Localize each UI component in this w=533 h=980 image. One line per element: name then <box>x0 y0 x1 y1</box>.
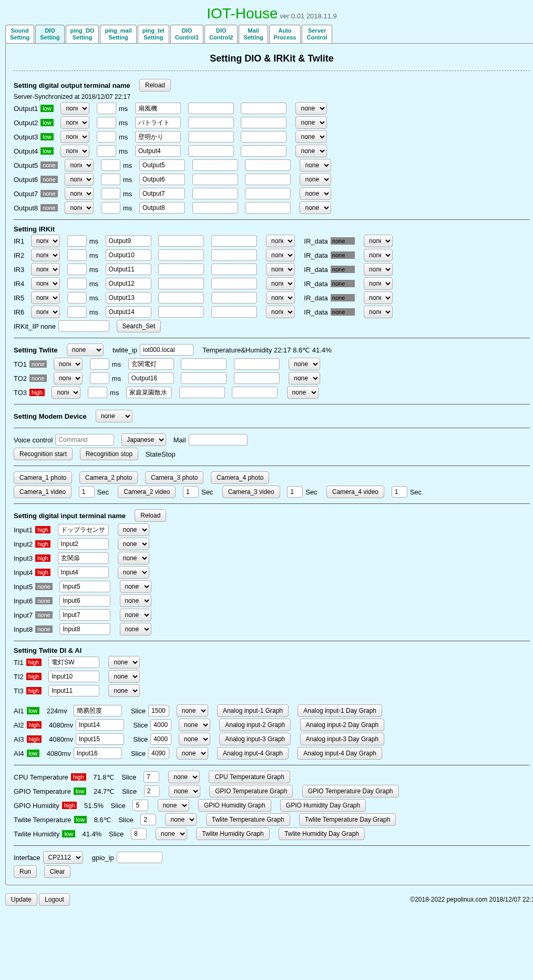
text-input[interactable] <box>58 524 109 536</box>
text-input[interactable] <box>101 174 120 185</box>
none-select[interactable]: none <box>118 552 149 564</box>
text-input[interactable] <box>192 202 238 214</box>
none-select[interactable]: none <box>54 358 83 370</box>
none-select[interactable]: none <box>287 386 319 399</box>
none-select[interactable]: none <box>120 594 151 607</box>
recognition-start-button[interactable]: Recognition start <box>14 448 73 460</box>
none-select[interactable]: none <box>266 263 295 276</box>
text-input[interactable] <box>97 117 116 128</box>
text-input[interactable] <box>245 188 291 199</box>
none-select[interactable]: none <box>300 173 331 186</box>
update-button[interactable]: Update <box>5 893 37 906</box>
mail-input[interactable] <box>189 434 248 446</box>
text-input[interactable] <box>90 372 109 384</box>
text-input[interactable] <box>192 174 238 185</box>
none-select[interactable]: none <box>179 719 210 731</box>
none-select[interactable]: none <box>289 358 320 370</box>
text-input[interactable] <box>76 733 124 745</box>
text-input[interactable] <box>241 117 286 128</box>
text-input[interactable] <box>59 623 110 635</box>
text-input[interactable] <box>211 306 257 318</box>
text-input[interactable] <box>97 145 116 157</box>
none-select[interactable]: none <box>364 306 393 318</box>
sensor-graph-button[interactable]: GPIO Temperature Day Graph <box>302 785 399 797</box>
none-select[interactable]: none <box>169 785 200 797</box>
sensor-graph-button[interactable]: Twlite Temperature Graph <box>206 813 290 826</box>
none-select[interactable]: none <box>295 102 327 115</box>
voice-command-input[interactable] <box>55 434 114 446</box>
text-input[interactable] <box>234 358 280 370</box>
sensor-graph-button[interactable]: CPU Temperature Graph <box>209 771 290 783</box>
none-select[interactable]: none <box>120 580 151 593</box>
sensor-graph-button[interactable]: GPIO Temperature Graph <box>209 785 293 797</box>
tab-7[interactable]: MailSetting <box>239 25 268 43</box>
text-input[interactable] <box>211 264 257 275</box>
none-select[interactable]: none <box>108 656 140 669</box>
none-select[interactable]: none <box>156 827 187 840</box>
sensor-graph-button[interactable]: GPIO Humidity Day Graph <box>280 799 366 812</box>
clear-button[interactable]: Clear <box>44 865 71 878</box>
tab-9[interactable]: ServerControl <box>302 25 332 43</box>
none-select[interactable]: none <box>108 670 140 683</box>
language-select[interactable]: Japanese <box>121 433 166 446</box>
text-input[interactable] <box>245 202 291 214</box>
none-select[interactable]: none <box>118 523 149 536</box>
none-select[interactable]: none <box>179 733 210 745</box>
none-select[interactable]: none <box>120 623 151 635</box>
text-input[interactable] <box>148 747 169 759</box>
text-input[interactable] <box>241 145 286 157</box>
camera-video-button[interactable]: Camera_3 video <box>222 486 280 498</box>
none-select[interactable]: none <box>177 747 208 760</box>
none-select[interactable]: none <box>266 306 295 318</box>
none-select[interactable]: none <box>364 263 393 276</box>
graph-button[interactable]: Analog input-2 Graph <box>219 719 291 731</box>
modem-select[interactable]: none <box>96 410 132 422</box>
text-input[interactable] <box>211 292 257 304</box>
text-input[interactable] <box>188 145 234 157</box>
text-input[interactable] <box>79 486 95 498</box>
text-input[interactable] <box>67 292 87 304</box>
text-input[interactable] <box>90 358 109 370</box>
text-input[interactable] <box>140 814 156 825</box>
text-input[interactable] <box>88 387 107 398</box>
tab-6[interactable]: DIOControl2 <box>204 25 238 43</box>
text-input[interactable] <box>131 828 147 840</box>
text-input[interactable] <box>181 372 227 384</box>
tab-4[interactable]: ping_telSetting <box>138 25 169 43</box>
text-input[interactable] <box>188 103 234 114</box>
none-select[interactable]: none <box>364 235 393 247</box>
graph-button[interactable]: Analog input-4 Graph <box>217 747 289 760</box>
tab-1[interactable]: DIOSetting <box>35 25 64 43</box>
day-graph-button[interactable]: Analog input-3 Day Graph <box>300 733 385 745</box>
tab-0[interactable]: SoundSetting <box>5 25 34 43</box>
none-select[interactable]: none <box>120 609 151 621</box>
none-select[interactable]: none <box>295 130 327 143</box>
camera-photo-button[interactable]: Camera_2 photo <box>79 471 138 484</box>
none-select[interactable]: none <box>65 187 94 200</box>
text-input[interactable] <box>392 486 407 498</box>
run-button[interactable]: Run <box>14 865 37 878</box>
none-select[interactable]: none <box>266 235 295 247</box>
text-input[interactable] <box>139 159 185 171</box>
none-select[interactable]: none <box>364 291 393 304</box>
text-input[interactable] <box>158 278 204 289</box>
sensor-graph-button[interactable]: GPIO Humidity Graph <box>198 799 271 812</box>
day-graph-button[interactable]: Analog input-1 Day Graph <box>298 704 382 717</box>
none-select[interactable]: none <box>54 372 83 385</box>
text-input[interactable] <box>241 131 286 143</box>
text-input[interactable] <box>97 103 116 114</box>
none-select[interactable]: none <box>266 277 295 290</box>
text-input[interactable] <box>59 581 110 592</box>
recognition-stop-button[interactable]: Recognition stop <box>80 448 138 460</box>
text-input[interactable] <box>74 705 122 716</box>
text-input[interactable] <box>158 249 204 261</box>
camera-photo-button[interactable]: Camera_1 photo <box>14 471 72 484</box>
camera-video-button[interactable]: Camera_2 video <box>118 486 176 498</box>
none-select[interactable]: none <box>177 704 208 717</box>
tab-5[interactable]: DIOControl1 <box>170 25 203 43</box>
none-select[interactable]: none <box>118 566 149 579</box>
none-select[interactable]: none <box>364 249 393 261</box>
text-input[interactable] <box>74 747 122 759</box>
text-input[interactable] <box>128 358 174 370</box>
text-input[interactable] <box>234 372 280 384</box>
